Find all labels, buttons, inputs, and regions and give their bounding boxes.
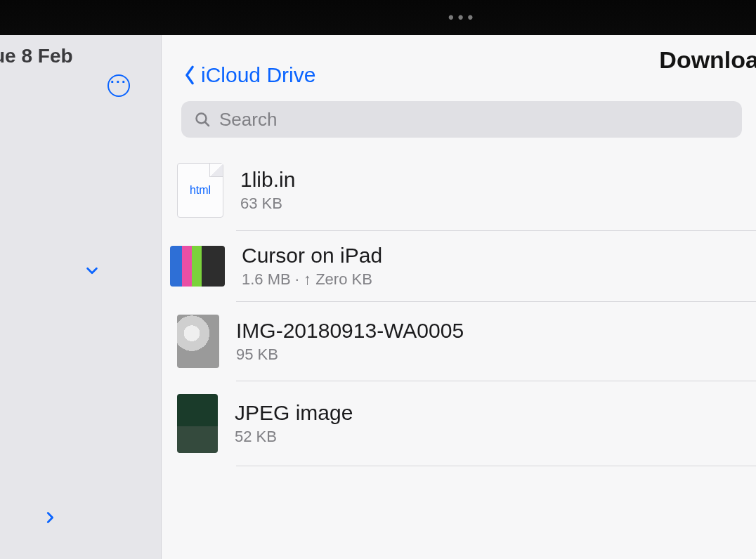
file-type-badge: html — [190, 184, 211, 197]
search-icon — [194, 111, 211, 128]
sidebar-expand-toggle[interactable] — [42, 506, 58, 532]
file-row[interactable]: IMG-20180913-WA0005 95 KB — [162, 302, 756, 381]
chevron-left-icon — [183, 63, 197, 87]
file-thumbnail: html — [177, 163, 223, 218]
file-subtitle: 63 KB — [240, 195, 295, 213]
image-thumbnail — [177, 394, 218, 453]
file-name: IMG-20180913-WA0005 — [236, 319, 464, 343]
back-button[interactable]: iCloud Drive — [183, 63, 315, 87]
sidebar: ue 8 Feb ··· — [0, 34, 162, 559]
back-label: iCloud Drive — [201, 63, 315, 87]
search-input[interactable] — [219, 109, 729, 131]
file-subtitle: 1.6 MB · ↑ Zero KB — [242, 270, 382, 289]
status-date: ue 8 Feb — [0, 45, 73, 67]
files-window: ue 8 Feb ··· Downloa iCloud Drive — [0, 34, 756, 559]
chevron-right-icon — [42, 506, 58, 530]
more-options-button[interactable]: ··· — [107, 74, 130, 97]
file-name: JPEG image — [235, 401, 353, 425]
file-row[interactable]: html 1lib.in 63 KB — [162, 150, 756, 230]
image-thumbnail — [170, 246, 225, 287]
file-meta: JPEG image 52 KB — [235, 401, 353, 446]
ellipsis-icon: ••• — [448, 8, 477, 27]
content-pane: Downloa iCloud Drive html 1lib.in 63 KB — [162, 34, 756, 559]
file-list: html 1lib.in 63 KB Cursor on iPad 1.6 MB… — [162, 150, 756, 466]
search-field[interactable] — [181, 101, 742, 138]
file-row[interactable]: JPEG image 52 KB — [162, 381, 756, 466]
chevron-down-icon — [84, 258, 100, 282]
file-meta: IMG-20180913-WA0005 95 KB — [236, 319, 464, 364]
image-thumbnail — [177, 315, 219, 368]
ellipsis-icon: ··· — [110, 74, 127, 90]
file-meta: 1lib.in 63 KB — [240, 168, 295, 213]
page-title: Downloa — [659, 46, 756, 74]
file-row[interactable]: Cursor on iPad 1.6 MB · ↑ Zero KB — [162, 231, 756, 301]
file-meta: Cursor on iPad 1.6 MB · ↑ Zero KB — [242, 244, 382, 289]
file-subtitle: 95 KB — [236, 346, 464, 364]
svg-line-1 — [205, 122, 209, 126]
sidebar-collapse-toggle[interactable] — [84, 258, 100, 285]
file-subtitle: 52 KB — [235, 428, 353, 446]
device-topbar: ••• — [0, 0, 756, 35]
file-name: 1lib.in — [240, 168, 295, 192]
row-divider — [236, 466, 756, 466]
file-name: Cursor on iPad — [242, 244, 382, 268]
